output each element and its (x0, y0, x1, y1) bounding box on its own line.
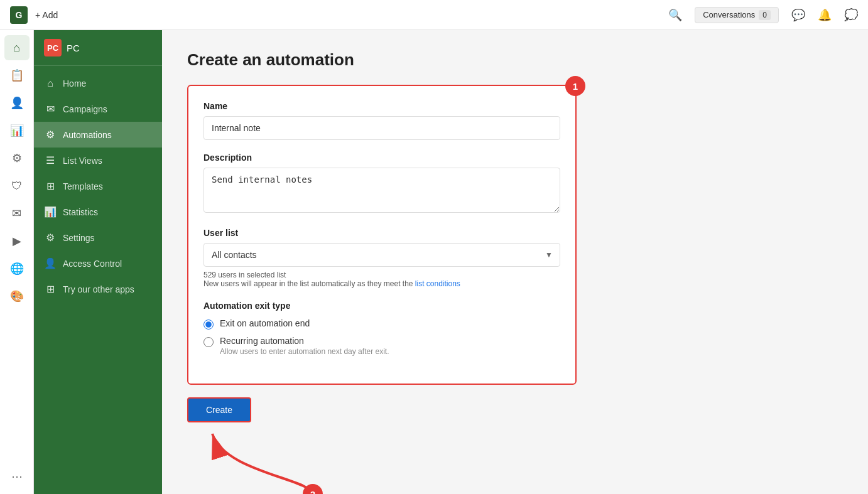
user-list-hint2: New users will appear in the list automa… (203, 279, 460, 288)
sidebar: PC PC ⌂ Home ✉ Campaigns ⚙ Automations ☰… (34, 30, 162, 494)
sidebar-label-home: Home (63, 78, 86, 89)
recurring-sublabel: Allow users to enter automation next day… (220, 347, 389, 356)
name-group: Name (203, 101, 560, 140)
sidebar-item-access-control[interactable]: 👤 Access Control (34, 250, 162, 276)
recurring-label: Recurring automation (220, 336, 389, 346)
workspace-name: PC (67, 43, 80, 53)
rail-globe[interactable]: 🌐 (4, 256, 30, 281)
chat-icon[interactable]: 💬 (791, 8, 805, 22)
list-views-icon: ☰ (44, 154, 57, 166)
name-label: Name (203, 101, 560, 111)
description-input[interactable]: Send internal notes (203, 168, 560, 213)
content-area: Create an automation 1 Name Description … (162, 30, 868, 494)
step1-badge: 1 (565, 76, 585, 96)
main-layout: ⌂ 📋 👤 📊 ⚙ 🛡 ✉ ▶ 🌐 🎨 ⋯ PC PC ⌂ Home ✉ Cam… (0, 30, 868, 494)
sidebar-item-statistics[interactable]: 📊 Statistics (34, 199, 162, 225)
statistics-icon: 📊 (44, 206, 57, 218)
arrow-annotation (187, 422, 438, 494)
sidebar-item-automations[interactable]: ⚙ Automations (34, 122, 162, 148)
sidebar-nav: ⌂ Home ✉ Campaigns ⚙ Automations ☰ List … (34, 66, 162, 494)
sidebar-item-home[interactable]: ⌂ Home (34, 71, 162, 96)
description-group: Description Send internal notes (203, 153, 560, 215)
sidebar-label-settings: Settings (63, 233, 95, 243)
exit-on-end-item: Exit on automation end (203, 318, 560, 330)
sidebar-item-settings[interactable]: ⚙ Settings (34, 225, 162, 250)
templates-icon: ⊞ (44, 180, 57, 192)
conversations-button[interactable]: Conversations 0 (695, 7, 779, 23)
exit-on-end-label: Exit on automation end (220, 318, 310, 328)
exit-on-end-radio[interactable] (203, 319, 214, 330)
page-title: Create an automation (187, 50, 843, 70)
sidebar-label-templates: Templates (63, 181, 103, 191)
exit-type-group: Automation exit type Exit on automation … (203, 301, 560, 356)
user-list-select-wrapper: All contacts ▼ (203, 243, 560, 267)
sidebar-item-list-views[interactable]: ☰ List Views (34, 148, 162, 173)
create-button[interactable]: Create (187, 397, 251, 422)
sidebar-item-other-apps[interactable]: ⊞ Try our other apps (34, 276, 162, 302)
bell-icon[interactable]: 🔔 (818, 8, 832, 22)
user-list-select[interactable]: All contacts (203, 243, 560, 267)
app-logo: G (10, 6, 28, 24)
automations-icon: ⚙ (44, 129, 57, 141)
conversations-badge: 0 (759, 10, 771, 20)
sidebar-label-statistics: Statistics (63, 207, 98, 217)
form-panel: 1 Name Description Send internal notes U… (187, 85, 577, 385)
sidebar-label-automations: Automations (63, 130, 112, 140)
user-list-hint: 529 users in selected list New users wil… (203, 271, 560, 288)
rail-palette[interactable]: 🎨 (4, 284, 30, 309)
list-conditions-link[interactable]: list conditions (415, 279, 460, 288)
workspace-icon: PC (44, 39, 62, 56)
radio-group: Exit on automation end Recurring automat… (203, 318, 560, 356)
recurring-item: Recurring automation Allow users to ente… (203, 336, 560, 356)
rail-shield[interactable]: 🛡 (4, 173, 30, 198)
campaigns-icon: ✉ (44, 103, 57, 115)
workspace-header: PC PC (34, 30, 162, 66)
sidebar-label-access-control: Access Control (63, 259, 122, 269)
rail-play[interactable]: ▶ (4, 228, 30, 254)
description-label: Description (203, 153, 560, 163)
exit-type-label: Automation exit type (203, 301, 560, 311)
topbar: G + Add 🔍 Conversations 0 💬 🔔 💭 (0, 0, 868, 30)
other-apps-icon: ⊞ (44, 283, 57, 295)
home-icon: ⌂ (44, 78, 57, 89)
search-icon[interactable]: 🔍 (668, 8, 682, 22)
sidebar-label-list-views: List Views (63, 156, 102, 166)
name-input[interactable] (203, 116, 560, 140)
rail-reports[interactable]: 📋 (4, 63, 30, 88)
add-button[interactable]: + Add (35, 10, 58, 20)
recurring-radio[interactable] (203, 337, 214, 347)
rail-analytics[interactable]: 📊 (4, 118, 30, 143)
sidebar-label-other-apps: Try our other apps (63, 284, 134, 294)
settings-icon: ⚙ (44, 232, 57, 244)
sidebar-item-templates[interactable]: ⊞ Templates (34, 173, 162, 199)
icon-rail: ⌂ 📋 👤 📊 ⚙ 🛡 ✉ ▶ 🌐 🎨 ⋯ (0, 30, 34, 494)
step2-badge: 2 (303, 484, 323, 494)
rail-home[interactable]: ⌂ (4, 35, 30, 60)
user-list-group: User list All contacts ▼ 529 users in se… (203, 228, 560, 288)
sidebar-label-campaigns: Campaigns (63, 104, 107, 114)
rail-settings[interactable]: ⚙ (4, 146, 30, 171)
feedback-icon[interactable]: 💭 (844, 8, 858, 22)
rail-mail[interactable]: ✉ (4, 201, 30, 226)
rail-contacts[interactable]: 👤 (4, 90, 30, 115)
access-control-icon: 👤 (44, 257, 57, 269)
user-list-label: User list (203, 228, 560, 238)
rail-more[interactable]: ⋯ (4, 464, 30, 489)
conversations-label: Conversations (703, 10, 755, 19)
sidebar-item-campaigns[interactable]: ✉ Campaigns (34, 96, 162, 122)
